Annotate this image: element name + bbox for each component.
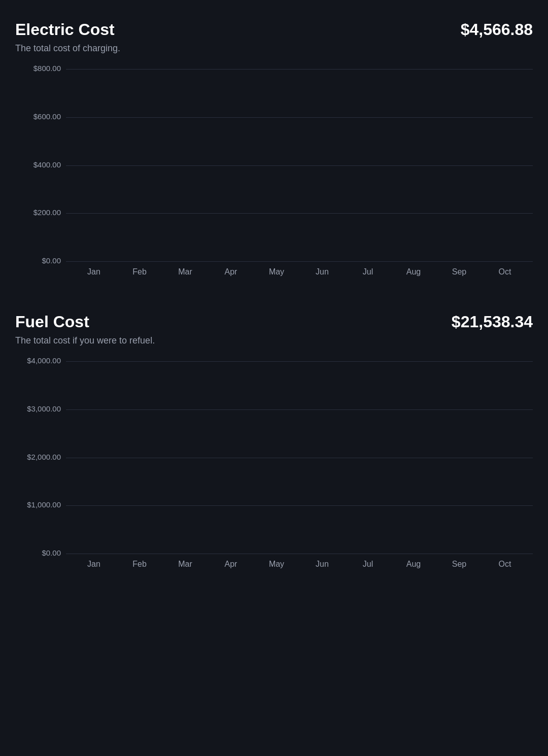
y-axis-label: $2,000.00 <box>15 453 61 461</box>
x-axis-label: May <box>254 554 299 574</box>
x-axis-label: Jul <box>345 262 391 282</box>
x-axis-label: Jun <box>299 262 345 282</box>
x-axis-label: Jan <box>71 554 117 574</box>
electric-chart-subtitle: The total cost of charging. <box>15 43 533 54</box>
x-axis-label: May <box>254 262 299 282</box>
electric-x-labels: JanFebMarAprMayJunJulAugSepOct <box>66 262 533 282</box>
electric-chart-total: $4,566.88 <box>461 20 533 39</box>
electric-chart-title: Electric Cost <box>15 20 115 39</box>
y-axis-label: $600.00 <box>15 112 61 121</box>
y-axis-label: $1,000.00 <box>15 500 61 509</box>
x-axis-label: Mar <box>162 262 208 282</box>
x-axis-label: Apr <box>208 554 254 574</box>
y-axis-label: $4,000.00 <box>15 356 61 365</box>
x-axis-label: Feb <box>117 554 162 574</box>
x-axis-label: Sep <box>436 262 482 282</box>
electric-bars-area <box>66 69 533 262</box>
y-axis-label: $0.00 <box>15 256 61 265</box>
x-axis-label: Mar <box>162 554 208 574</box>
fuel-cost-section: Fuel Cost $21,538.34 The total cost if y… <box>15 313 533 574</box>
electric-chart-header: Electric Cost $4,566.88 <box>15 20 533 39</box>
x-axis-label: Jul <box>345 554 391 574</box>
x-axis-label: Aug <box>391 554 436 574</box>
fuel-chart-title: Fuel Cost <box>15 313 89 331</box>
x-axis-label: Jan <box>71 262 117 282</box>
fuel-chart-subtitle: The total cost if you were to refuel. <box>15 335 533 346</box>
x-axis-label: Sep <box>436 554 482 574</box>
fuel-chart-total: $21,538.34 <box>452 313 533 331</box>
y-axis-label: $800.00 <box>15 64 61 73</box>
y-axis-label: $400.00 <box>15 160 61 169</box>
x-axis-label: Jun <box>299 554 345 574</box>
x-axis-label: Feb <box>117 262 162 282</box>
fuel-chart-header: Fuel Cost $21,538.34 <box>15 313 533 331</box>
y-axis-label: $3,000.00 <box>15 404 61 413</box>
fuel-x-labels: JanFebMarAprMayJunJulAugSepOct <box>66 554 533 574</box>
y-axis-label: $0.00 <box>15 548 61 557</box>
x-axis-label: Apr <box>208 262 254 282</box>
x-axis-label: Aug <box>391 262 436 282</box>
electric-chart-container: $800.00$600.00$400.00$200.00$0.00 JanFeb… <box>15 69 533 282</box>
y-axis-label: $200.00 <box>15 208 61 217</box>
electric-cost-section: Electric Cost $4,566.88 The total cost o… <box>15 20 533 282</box>
x-axis-label: Oct <box>482 262 528 282</box>
x-axis-label: Oct <box>482 554 528 574</box>
fuel-bars-area <box>66 361 533 554</box>
fuel-chart-container: $4,000.00$3,000.00$2,000.00$1,000.00$0.0… <box>15 361 533 574</box>
